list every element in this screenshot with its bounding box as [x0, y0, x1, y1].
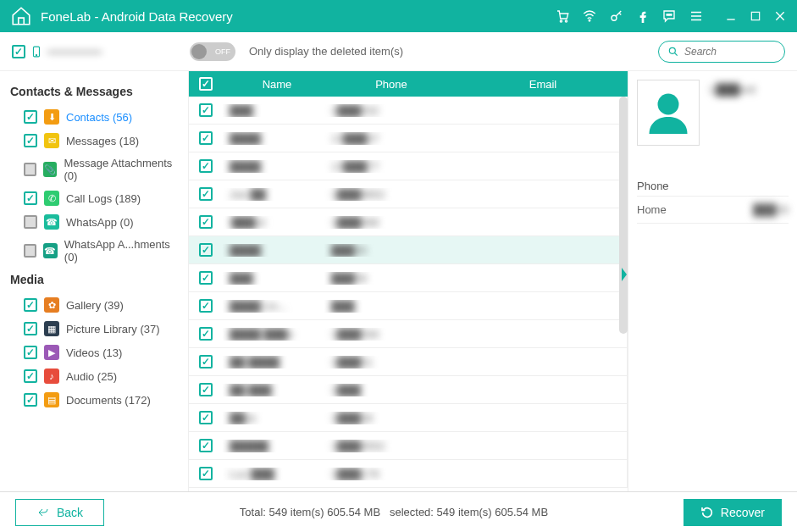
row-phone: 1███4552 [331, 440, 385, 452]
category-icon: ✿ [44, 297, 59, 313]
sidebar-checkbox[interactable] [24, 163, 36, 176]
maximize-icon[interactable] [750, 10, 761, 22]
back-button[interactable]: Back [15, 499, 104, 526]
svg-point-4 [667, 14, 668, 16]
sidebar-item-messages[interactable]: ✉Messages (18) [10, 129, 178, 152]
table-row[interactable]: Joe ██1███9652 [189, 180, 628, 208]
table-row[interactable]: ████ ███e1███594 [189, 320, 628, 348]
sidebar-item-label: Documents (172) [66, 394, 151, 407]
sidebar-checkbox[interactable] [24, 298, 37, 312]
cart-icon[interactable] [555, 8, 570, 24]
row-name: ███ [230, 272, 253, 285]
table-body[interactable]: ███1███932████13███37████13███77Joe ██1█… [189, 97, 628, 491]
sidebar-item-audio[interactable]: ♪Audio (25) [10, 364, 178, 388]
row-checkbox[interactable] [199, 131, 213, 145]
sidebar-checkbox[interactable] [24, 369, 37, 383]
row-checkbox[interactable] [199, 467, 213, 480]
sidebar-checkbox[interactable] [24, 393, 37, 407]
expand-handle[interactable] [620, 266, 628, 283]
sidebar-item-gallery[interactable]: ✿Gallery (39) [10, 293, 178, 317]
row-phone: 1███51 [331, 356, 373, 369]
table-row[interactable]: Luo ███1███178 [189, 460, 628, 488]
phone-row: Home ███30 [637, 197, 789, 224]
recover-button[interactable]: Recover [684, 499, 782, 526]
facebook-icon[interactable] [636, 8, 650, 24]
phone-type: Home [637, 203, 667, 216]
sidebar-checkbox[interactable] [24, 215, 37, 229]
sidebar-item-documents[interactable]: ▤Documents (172) [10, 388, 178, 412]
sidebar-checkbox[interactable] [24, 134, 37, 147]
table-row[interactable]: l███rd1███868 [189, 208, 628, 236]
sidebar-item-label: Call Logs (189) [66, 192, 141, 205]
row-checkbox[interactable] [199, 187, 213, 201]
sidebar: Contacts & Messages⬇Contacts (56)✉Messag… [0, 71, 188, 491]
minimize-icon[interactable] [724, 9, 738, 23]
table-row[interactable]: ██ck1███38 [189, 404, 628, 432]
search-box[interactable] [658, 41, 785, 63]
sidebar-checkbox[interactable] [24, 322, 37, 335]
row-checkbox[interactable] [199, 383, 213, 396]
sidebar-item-picture-library[interactable]: ▦Picture Library (37) [10, 317, 178, 341]
toggle-label: Only display the deleted item(s) [249, 45, 403, 58]
sidebar-item-contacts[interactable]: ⬇Contacts (56) [10, 105, 178, 129]
row-phone: 1███38 [331, 412, 373, 424]
row-phone: ███59 [331, 272, 367, 285]
sidebar-checkbox[interactable] [24, 110, 37, 124]
row-checkbox[interactable] [199, 271, 213, 285]
table-row[interactable]: ██ ███1███ [189, 376, 628, 404]
sidebar-checkbox[interactable] [24, 346, 37, 359]
close-icon[interactable] [773, 9, 787, 23]
category-icon: ✉ [44, 133, 59, 148]
col-name[interactable]: Name [223, 78, 324, 91]
sidebar-item-whatsapp-a-hments[interactable]: ☎WhatsApp A...hments (0) [10, 234, 178, 268]
search-icon [667, 46, 679, 58]
sidebar-checkbox[interactable] [24, 244, 36, 258]
sidebar-item-label: Audio (25) [66, 370, 117, 383]
wifi-icon[interactable] [582, 8, 597, 24]
row-checkbox[interactable] [199, 103, 213, 117]
table-row[interactable]: ████ Un...███ [189, 292, 628, 320]
row-checkbox[interactable] [199, 243, 213, 257]
row-phone: 1███178 [331, 468, 379, 480]
toolbar: ———— OFF Only display the deleted item(s… [0, 32, 797, 71]
search-input[interactable] [684, 46, 776, 58]
deleted-only-toggle[interactable]: OFF [190, 42, 235, 61]
table-row[interactable]: ███1███932 [189, 97, 628, 125]
menu-icon[interactable] [689, 8, 704, 24]
phone-value: ███30 [753, 203, 789, 216]
col-phone[interactable]: Phone [324, 78, 451, 91]
sidebar-checkbox[interactable] [24, 191, 37, 205]
row-checkbox[interactable] [199, 215, 213, 229]
row-name: ████ Un... [230, 300, 287, 313]
row-checkbox[interactable] [199, 299, 213, 313]
row-checkbox[interactable] [199, 355, 213, 369]
table-row[interactable]: ██ ████1███51 [189, 348, 628, 376]
row-name: Joe ██ [230, 188, 266, 201]
home-icon[interactable] [10, 5, 32, 27]
phone-section-label: Phone [637, 180, 789, 197]
table-row[interactable]: ████13███37 [189, 125, 628, 152]
table-row[interactable]: ███████30 [189, 236, 628, 264]
device-selector[interactable]: ———— [12, 43, 181, 60]
row-checkbox[interactable] [199, 327, 213, 341]
status-text: Total: 549 item(s) 605.54 MB selected: 5… [104, 506, 684, 518]
sidebar-item-videos[interactable]: ▶Videos (13) [10, 341, 178, 364]
sidebar-item-call-logs[interactable]: ✆Call Logs (189) [10, 186, 178, 210]
row-checkbox[interactable] [199, 411, 213, 424]
chat-icon[interactable] [661, 8, 677, 24]
table-row[interactable]: █████1███4552 [189, 432, 628, 460]
row-checkbox[interactable] [199, 159, 213, 173]
row-phone: 1███594 [331, 328, 379, 341]
scrollbar[interactable] [619, 97, 628, 334]
select-all-checkbox[interactable] [199, 77, 213, 91]
sidebar-item-whatsapp[interactable]: ☎WhatsApp (0) [10, 210, 178, 234]
sidebar-item-message-attachments[interactable]: 📎Message Attachments (0) [10, 152, 178, 186]
row-name: Luo ███ [230, 468, 274, 480]
contacts-table: Name Phone Email ███1███932████13███37██… [189, 71, 628, 491]
device-checkbox[interactable] [12, 45, 25, 58]
table-row[interactable]: ████13███77 [189, 152, 628, 180]
table-row[interactable]: ██████59 [189, 264, 628, 292]
col-email[interactable]: Email [451, 78, 628, 91]
key-icon[interactable] [609, 8, 624, 24]
row-checkbox[interactable] [199, 439, 213, 452]
